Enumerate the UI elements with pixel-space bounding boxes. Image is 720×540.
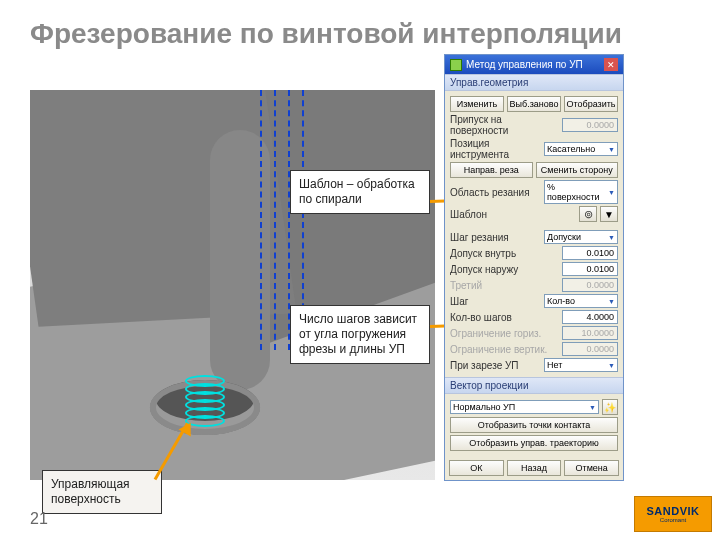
chevron-down-icon: ▼: [608, 234, 615, 241]
callout-control-surface: Управляющая поверхность: [42, 470, 162, 514]
cad-viewport[interactable]: [30, 90, 435, 480]
chevron-down-icon: ▼: [608, 146, 615, 153]
page-number: 21: [30, 510, 48, 528]
chevron-down-icon: ▼: [608, 362, 615, 369]
third-field: 0.0000: [562, 278, 618, 292]
outer-tol-label: Допуск наружу: [450, 264, 559, 275]
at-gouge-label: При зарезе УП: [450, 360, 541, 371]
brand-logo: SANDVIK Coromant: [634, 496, 712, 532]
vert-limit-field: 0.0000: [562, 342, 618, 356]
chevron-down-icon: ▼: [608, 298, 615, 305]
chevron-down-icon: ▼: [604, 209, 614, 220]
pattern-spiral-button[interactable]: ⊚: [579, 206, 597, 222]
reselect-button[interactable]: Выб.заново: [507, 96, 561, 112]
wand-icon: ✨: [604, 402, 616, 413]
cut-step-label: Шаг резания: [450, 232, 541, 243]
cut-step-select[interactable]: Допуски▼: [544, 230, 618, 244]
back-button[interactable]: Назад: [507, 460, 562, 476]
section-geometry: Управ.геометрия: [445, 74, 623, 91]
direction-button[interactable]: Направ. реза: [450, 162, 533, 178]
vert-limit-label: Ограничение вертик.: [450, 344, 559, 355]
step-count-field[interactable]: 4.0000: [562, 310, 618, 324]
cut-region-label: Область резания: [450, 187, 541, 198]
flip-side-button[interactable]: Сменить сторону: [536, 162, 619, 178]
stock-surface-field: 0.0000: [562, 118, 618, 132]
panel-footer: ОК Назад Отмена: [445, 456, 623, 480]
part-render: [30, 90, 435, 480]
cut-region-select[interactable]: % поверхности▼: [544, 180, 618, 204]
panel-title: Метод управления по УП: [466, 59, 583, 70]
inner-tol-label: Допуск внутрь: [450, 248, 559, 259]
projection-select[interactable]: Нормально УП▼: [450, 400, 599, 414]
third-label: Третий: [450, 280, 559, 291]
show-trajectory-button[interactable]: Отобразить управ. траекторию: [450, 435, 618, 451]
pattern-dropdown[interactable]: ▼: [600, 206, 618, 222]
tool-position-label: Позиция инструмента: [450, 138, 541, 160]
spiral-icon: ⊚: [584, 208, 593, 221]
inner-tol-field[interactable]: 0.0100: [562, 246, 618, 260]
stock-surface-label: Припуск на поверхности: [450, 114, 559, 136]
show-contact-button[interactable]: Отобразить точки контакта: [450, 417, 618, 433]
section-projection: Вектор проекции: [445, 377, 623, 394]
close-icon[interactable]: ✕: [604, 58, 618, 71]
cancel-button[interactable]: Отмена: [564, 460, 619, 476]
tool-position-select[interactable]: Касательно▼: [544, 142, 618, 156]
callout-step-count: Число шагов зависит от угла погружения ф…: [290, 305, 430, 364]
page-title: Фрезерование по винтовой интерполяции: [30, 18, 622, 50]
step-select[interactable]: Кол-во▼: [544, 294, 618, 308]
step-count-label: Кол-во шагов: [450, 312, 559, 323]
projection-wand-button[interactable]: ✨: [602, 399, 618, 415]
horiz-limit-label: Ограничение гориз.: [450, 328, 559, 339]
chevron-down-icon: ▼: [589, 404, 596, 411]
callout-spiral-pattern: Шаблон – обработка по спирали: [290, 170, 430, 214]
panel-titlebar[interactable]: Метод управления по УП ✕: [445, 55, 623, 74]
horiz-limit-field: 10.0000: [562, 326, 618, 340]
properties-panel: Метод управления по УП ✕ Управ.геометрия…: [444, 54, 624, 481]
pattern-label: Шаблон: [450, 209, 576, 220]
at-gouge-select[interactable]: Нет▼: [544, 358, 618, 372]
chevron-down-icon: ▼: [608, 189, 615, 196]
method-icon: [450, 59, 462, 71]
edit-button[interactable]: Изменить: [450, 96, 504, 112]
step-label: Шаг: [450, 296, 541, 307]
brand-sub: Coromant: [660, 517, 686, 523]
outer-tol-field[interactable]: 0.0100: [562, 262, 618, 276]
ok-button[interactable]: ОК: [449, 460, 504, 476]
brand-name: SANDVIK: [646, 505, 699, 517]
display-button[interactable]: Отобразить: [564, 96, 618, 112]
